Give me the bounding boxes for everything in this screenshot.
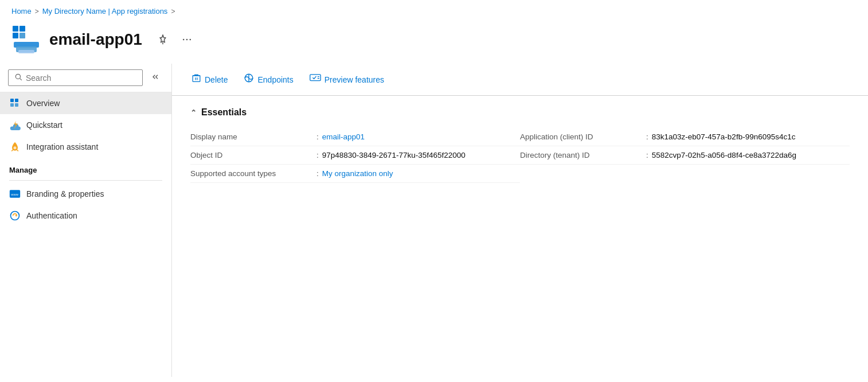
- more-options-button[interactable]: [179, 32, 195, 48]
- breadcrumb-directory[interactable]: My Directory Name | App registrations: [42, 7, 168, 15]
- collapse-button[interactable]: [147, 70, 163, 86]
- svg-rect-15: [10, 103, 14, 107]
- essentials-row-account-types: Supported account types : My organizatio…: [190, 165, 520, 183]
- breadcrumb-home[interactable]: Home: [11, 7, 32, 15]
- svg-rect-16: [15, 103, 18, 107]
- essentials-value-object-id: 97p48830-3849-2671-77ku-35f465f22000: [322, 151, 466, 159]
- svg-point-10: [189, 39, 191, 41]
- search-wrapper: [8, 69, 143, 86]
- essentials-panel: ⌃ Essentials Display name : email-app01 …: [172, 96, 868, 194]
- essentials-row-object-id: Object ID : 97p48830-3849-2671-77ku-35f4…: [190, 146, 520, 165]
- essentials-row-display-name: Display name : email-app01: [190, 128, 520, 146]
- essentials-row-client-id: Application (client) ID : 83k1a03z-eb07-…: [520, 128, 850, 146]
- search-input[interactable]: [26, 73, 136, 83]
- sidebar-item-branding[interactable]: www Branding & properties: [0, 183, 171, 205]
- branding-icon: www: [9, 188, 21, 200]
- essentials-label-client-id: Application (client) ID: [520, 132, 646, 141]
- svg-point-8: [183, 39, 185, 41]
- sidebar-item-authentication[interactable]: Authentication: [0, 205, 171, 227]
- sidebar: Overview Quickstart: [0, 64, 172, 377]
- essentials-label-display-name: Display name: [190, 132, 316, 141]
- essentials-grid: Display name : email-app01 Application (…: [190, 128, 850, 183]
- delete-label: Delete: [205, 75, 228, 84]
- app-header: email-app01: [0, 19, 868, 64]
- sidebar-item-integration-label: Integration assistant: [26, 142, 98, 151]
- svg-rect-2: [13, 33, 18, 38]
- content-area: Delete Endpoints: [172, 64, 868, 377]
- delete-icon: [191, 73, 201, 86]
- svg-rect-6: [18, 50, 34, 53]
- preview-features-button[interactable]: Preview features: [304, 70, 390, 89]
- sidebar-item-integration[interactable]: Integration assistant: [0, 136, 171, 158]
- svg-line-12: [20, 79, 22, 80]
- essentials-value-tenant-id: 5582cvp7-02h5-a056-d8f4-ce8a3722da6g: [652, 151, 796, 159]
- preview-icon: [310, 73, 321, 85]
- main-layout: Overview Quickstart: [0, 64, 868, 377]
- svg-point-11: [15, 74, 20, 79]
- essentials-title: Essentials: [201, 107, 247, 118]
- integration-icon: [9, 141, 21, 153]
- essentials-value-client-id: 83k1a03z-eb07-457a-b2fb-99n6095s4c1c: [652, 132, 796, 141]
- essentials-label-object-id: Object ID: [190, 151, 316, 159]
- sidebar-item-overview-label: Overview: [26, 99, 60, 108]
- app-icon: [11, 25, 41, 54]
- essentials-label-account-types: Supported account types: [190, 169, 316, 178]
- preview-features-label: Preview features: [324, 75, 384, 84]
- essentials-value-account-types[interactable]: My organization only: [322, 169, 393, 178]
- essentials-header: ⌃ Essentials: [190, 107, 850, 118]
- svg-point-18: [14, 146, 17, 149]
- sidebar-item-quickstart[interactable]: Quickstart: [0, 114, 171, 136]
- header-actions: [155, 32, 195, 48]
- breadcrumb-sep2: >: [171, 7, 175, 15]
- svg-rect-22: [193, 76, 200, 82]
- endpoints-icon: [244, 73, 254, 86]
- manage-section-label: Manage: [0, 158, 171, 178]
- search-icon: [14, 73, 22, 83]
- toolbar: Delete Endpoints: [172, 64, 868, 96]
- endpoints-button[interactable]: Endpoints: [238, 69, 299, 89]
- overview-icon: [9, 98, 21, 109]
- svg-rect-14: [15, 99, 18, 102]
- delete-button[interactable]: Delete: [186, 69, 233, 89]
- sidebar-item-authentication-label: Authentication: [26, 211, 77, 220]
- quickstart-icon: [9, 119, 21, 131]
- svg-text:www: www: [10, 193, 18, 196]
- auth-icon: [9, 210, 21, 221]
- svg-rect-1: [19, 26, 25, 32]
- manage-divider: [9, 180, 162, 181]
- svg-point-9: [186, 39, 188, 41]
- sidebar-item-branding-label: Branding & properties: [26, 189, 104, 198]
- pin-button[interactable]: [155, 32, 171, 48]
- svg-rect-13: [10, 99, 14, 102]
- svg-rect-3: [19, 33, 25, 38]
- essentials-label-tenant-id: Directory (tenant) ID: [520, 151, 646, 159]
- endpoints-label: Endpoints: [257, 75, 293, 84]
- essentials-row-tenant-id: Directory (tenant) ID : 5582cvp7-02h5-a0…: [520, 146, 850, 165]
- sidebar-item-quickstart-label: Quickstart: [26, 120, 62, 130]
- search-container: [0, 64, 171, 92]
- essentials-value-display-name[interactable]: email-app01: [322, 132, 365, 141]
- essentials-chevron-icon: ⌃: [190, 108, 197, 117]
- breadcrumb: Home > My Directory Name | App registrat…: [0, 0, 868, 19]
- sidebar-item-overview[interactable]: Overview: [0, 92, 171, 114]
- svg-rect-0: [13, 26, 18, 32]
- breadcrumb-sep1: >: [35, 7, 39, 15]
- page-title: email-app01: [49, 30, 142, 49]
